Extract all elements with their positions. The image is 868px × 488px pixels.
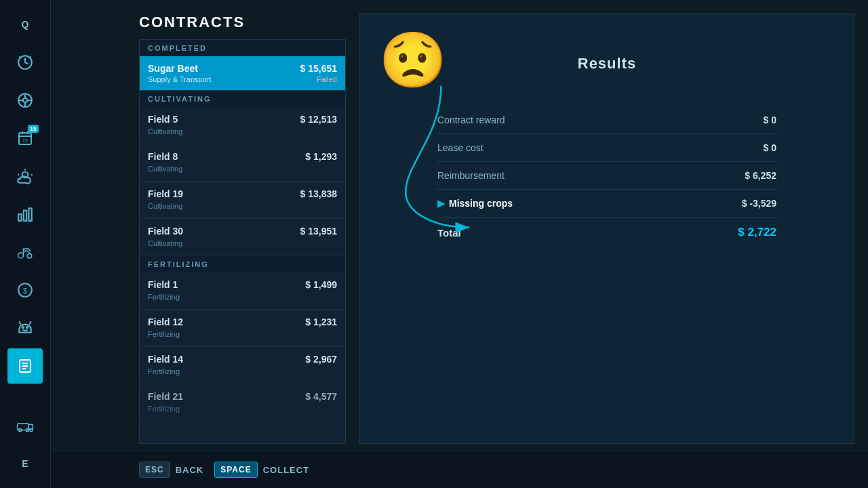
steering-icon[interactable] [7, 83, 43, 118]
contract-status: Failed [317, 75, 337, 83]
contract-item-field1[interactable]: Field 1 $ 1,499 Fertilizing [140, 272, 345, 310]
contract-name: Sugar Beet [148, 63, 198, 74]
esc-key: ESC [139, 462, 170, 478]
q-button[interactable]: Q [7, 7, 43, 42]
calendar-badge: 15 [28, 125, 39, 133]
result-value: $ 6,252 [745, 170, 776, 181]
contract-name: Field 5 [148, 114, 178, 125]
contract-name: Field 8 [148, 151, 178, 162]
transport-icon[interactable] [7, 408, 43, 443]
section-fertilizing: FERTILIZING [140, 256, 345, 272]
time-icon[interactable] [7, 45, 43, 80]
contract-amount: $ 15,651 [300, 63, 338, 74]
contract-item-field5[interactable]: Field 5 $ 12,513 Cultivating [140, 107, 345, 144]
result-value: $ 0 [764, 115, 776, 125]
svg-point-19 [18, 253, 23, 258]
contract-item-field19[interactable]: Field 19 $ 13,838 Cultivating [140, 182, 345, 219]
svg-rect-18 [28, 208, 31, 220]
section-completed: COMPLETED [140, 40, 345, 56]
main-area: CONTRACTS COMPLETED Sugar Beet $ 15,651 … [51, 0, 868, 488]
svg-point-23 [22, 327, 24, 328]
results-title: Results [387, 55, 827, 73]
finance-icon[interactable]: $ [7, 272, 43, 308]
contract-amount: $ 1,499 [305, 279, 337, 290]
result-value: $ 0 [764, 142, 776, 153]
page-title: CONTRACTS [139, 14, 346, 31]
svg-point-33 [30, 428, 33, 431]
contract-item-field8[interactable]: Field 8 $ 1,293 Cultivating [140, 144, 345, 182]
contract-sub: Fertilizing [148, 405, 180, 413]
contract-sub: Fertilizing [148, 367, 180, 375]
arrow-decoration [377, 79, 519, 235]
collect-button[interactable]: SPACE COLLECT [214, 462, 309, 478]
contract-name: Field 30 [148, 226, 183, 237]
tractor-icon[interactable] [7, 235, 43, 270]
back-button[interactable]: ESC BACK [139, 462, 203, 478]
svg-rect-17 [24, 211, 26, 221]
space-key: SPACE [214, 462, 257, 478]
svg-rect-16 [18, 214, 21, 221]
contract-amount: $ 13,951 [300, 226, 338, 237]
svg-point-24 [26, 327, 28, 328]
contract-name: Field 14 [148, 354, 183, 365]
svg-point-2 [23, 98, 28, 103]
content-area: CONTRACTS COMPLETED Sugar Beet $ 15,651 … [51, 0, 868, 451]
result-value: $ -3,529 [742, 198, 776, 209]
contract-sub: Fertilizing [148, 330, 180, 338]
contract-sub: Supply & Transport [148, 75, 212, 83]
animal-icon[interactable] [7, 310, 43, 346]
contract-item-field14[interactable]: Field 14 $ 2,967 Fertilizing [140, 347, 345, 384]
contract-amount: $ 1,231 [305, 317, 337, 327]
contract-name: Field 21 [148, 391, 183, 402]
contract-name: Field 19 [148, 188, 183, 199]
contract-sub: Fertilizing [148, 293, 180, 301]
e-button[interactable]: E [7, 446, 43, 481]
collect-label: COLLECT [263, 465, 309, 475]
results-panel: 😟 Results Contract reward $ 0 [359, 14, 854, 444]
contract-amount: $ 1,293 [305, 151, 337, 162]
contract-name: Field 1 [148, 279, 178, 290]
section-cultivating: CULTIVATING [140, 91, 345, 107]
result-value-total: $ 2,722 [738, 226, 776, 239]
back-label: BACK [176, 465, 204, 475]
bottom-bar: ESC BACK SPACE COLLECT [51, 451, 868, 488]
contract-amount: $ 2,967 [305, 354, 337, 365]
stats-icon[interactable] [7, 197, 43, 232]
svg-text:$: $ [23, 287, 27, 295]
contract-item-field21[interactable]: Field 21 $ 4,577 Fertilizing [140, 384, 345, 422]
contract-item-sugar-beet[interactable]: Sugar Beet $ 15,651 Supply & Transport F… [140, 56, 345, 91]
contract-item-field12[interactable]: Field 12 $ 1,231 Fertilizing [140, 310, 345, 347]
contracts-icon[interactable] [7, 348, 43, 384]
contract-sub: Cultivating [148, 202, 182, 210]
contract-sub: Cultivating [148, 239, 182, 247]
contracts-list[interactable]: COMPLETED Sugar Beet $ 15,651 Supply & T… [139, 39, 346, 444]
contract-amount: $ 13,838 [300, 188, 338, 199]
weather-icon[interactable] [7, 159, 43, 194]
contract-name: Field 12 [148, 317, 183, 327]
calendar-icon[interactable]: 15 15 [7, 121, 43, 156]
contract-amount: $ 4,577 [305, 391, 337, 402]
contract-sub: Cultivating [148, 165, 182, 173]
sidebar: Q 15 15 [0, 0, 51, 488]
contract-item-field30[interactable]: Field 30 $ 13,951 Cultivating [140, 219, 345, 256]
contract-sub: Cultivating [148, 127, 182, 136]
svg-text:15: 15 [22, 138, 28, 143]
contract-amount: $ 12,513 [300, 114, 338, 125]
contracts-panel: CONTRACTS COMPLETED Sugar Beet $ 15,651 … [139, 14, 346, 444]
